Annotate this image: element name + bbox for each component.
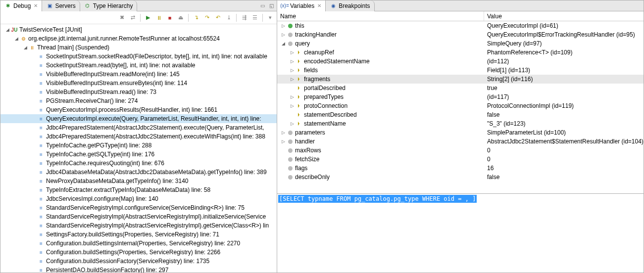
stack-frame-row[interactable]: ▷≡QueryExecutorImpl.processResults(Resul… bbox=[0, 105, 277, 114]
detail-text[interactable]: [SELECT typname FROM pg_catalog.pg_type … bbox=[278, 195, 477, 203]
stack-frame-row[interactable]: ▷≡Jdbc4PreparedStatement(AbstractJdbc2St… bbox=[0, 123, 277, 132]
minimize-icon[interactable]: ▭ bbox=[259, 2, 266, 9]
stack-frame-row[interactable]: ▷≡Jdbc4PreparedStatement(AbstractJdbc2St… bbox=[0, 132, 277, 141]
variable-row[interactable]: ▷fieldsField[1] (id=113) bbox=[277, 66, 644, 75]
view-menu-button[interactable]: ▾ bbox=[266, 13, 275, 22]
variable-row[interactable]: ▷fetchSize0 bbox=[277, 155, 644, 164]
stack-frame-row[interactable]: ▷≡QueryExecutorImpl.execute(Query, Param… bbox=[0, 114, 277, 123]
stack-frame-row[interactable]: ▷≡Configuration.buildSettingsInternal(Pr… bbox=[0, 239, 277, 248]
maximize-icon[interactable]: ◱ bbox=[268, 2, 275, 9]
expand-arrow-icon[interactable]: ▷ bbox=[280, 32, 286, 37]
expand-arrow-icon[interactable]: ▷ bbox=[289, 77, 295, 82]
column-value[interactable]: Value bbox=[484, 11, 644, 21]
stack-frame-row[interactable]: ▷≡JdbcServicesImpl.configure(Map) line: … bbox=[0, 194, 277, 203]
close-icon[interactable]: ✕ bbox=[34, 3, 38, 8]
variable-row[interactable]: ▷parametersSimpleParameterList (id=100) bbox=[277, 128, 644, 137]
variable-row[interactable]: ◢querySimpleQuery (id=97) bbox=[277, 39, 644, 48]
expand-arrow-icon[interactable]: ◢ bbox=[280, 41, 286, 46]
variable-row[interactable]: ▷portalDescribedtrue bbox=[277, 84, 644, 92]
expand-arrow-icon[interactable]: ▷ bbox=[289, 50, 295, 55]
tab-debug[interactable]: ✱ Debug ✕ bbox=[0, 0, 42, 11]
terminate-button[interactable]: ■ bbox=[165, 13, 174, 22]
variable-value: (id=117) bbox=[484, 93, 644, 100]
variable-row[interactable]: ▷cleanupRefPhantomReference<T> (id=109) bbox=[277, 48, 644, 57]
stack-frame-row[interactable]: ▷≡TypeInfoExtracter.extractTypeInfo(Data… bbox=[0, 185, 277, 194]
stack-frame-label: QueryExecutorImpl.processResults(ResultH… bbox=[46, 106, 217, 113]
variable-row[interactable]: ▷statementName"S_3" (id=123) bbox=[277, 119, 644, 128]
expand-arrow-icon[interactable]: ▷ bbox=[289, 121, 295, 126]
variable-row[interactable]: ▷fragmentsString[2] (id=116) bbox=[277, 75, 644, 84]
field-variable-icon bbox=[295, 48, 303, 56]
variable-row[interactable]: ▷protoConnectionProtocolConnectionImpl (… bbox=[277, 101, 644, 110]
variable-row[interactable]: ▷encodedStatementName(id=112) bbox=[277, 57, 644, 66]
tab-type-hierarchy[interactable]: ⌬ Type Hierarchy bbox=[80, 0, 138, 11]
expand-arrow-icon[interactable]: ▷ bbox=[289, 103, 295, 108]
tab-servers[interactable]: ▣ Servers bbox=[42, 0, 80, 11]
stack-frame-row[interactable]: ▷≡Configuration.buildSettings(Properties… bbox=[0, 248, 277, 257]
stack-frame-row[interactable]: ▷≡StandardServiceRegistryImpl(AbstractSe… bbox=[0, 221, 277, 230]
stack-frame-row[interactable]: ▷≡TypeInfoCache.requiresQuoting(int) lin… bbox=[0, 159, 277, 168]
stack-frame-row[interactable]: ▷≡Configuration.buildSessionFactory(Serv… bbox=[0, 257, 277, 266]
variable-row[interactable]: ▷trackingHandlerQueryExecutorImpl$ErrorT… bbox=[277, 30, 644, 39]
tab-breakpoints[interactable]: ◉ Breakpoints bbox=[326, 0, 374, 11]
stack-frame-icon: ≡ bbox=[37, 213, 45, 221]
hierarchy-icon: ⌬ bbox=[84, 2, 91, 9]
stack-frame-row[interactable]: ▷≡TypeInfoCache.getSQLType(int) line: 17… bbox=[0, 150, 277, 159]
expand-arrow-icon[interactable]: ▷ bbox=[280, 130, 286, 135]
stack-frame-row[interactable]: ▷≡VisibleBufferedInputStream.read() line… bbox=[0, 88, 277, 96]
variable-value: ProtocolConnectionImpl (id=119) bbox=[484, 102, 644, 109]
stack-frame-row[interactable]: ▷≡StandardServiceRegistryImpl(AbstractSe… bbox=[0, 212, 277, 221]
filter-button[interactable]: ☰ bbox=[250, 13, 259, 22]
stack-frame-row[interactable]: ▷≡TypeInfoCache.getPGType(int) line: 288 bbox=[0, 141, 277, 150]
step-filters-button[interactable]: ⇶ bbox=[240, 13, 248, 22]
variable-row[interactable]: ▷statementDescribedfalse bbox=[277, 110, 644, 119]
step-return-button[interactable]: ↶ bbox=[213, 13, 222, 22]
resume-button[interactable]: ▶ bbox=[144, 13, 152, 22]
expand-arrow-icon[interactable]: ▷ bbox=[289, 94, 295, 99]
stack-frame-row[interactable]: ▷≡NewProxyDatabaseMetaData.getTypeInfo()… bbox=[0, 177, 277, 185]
stack-frame-row[interactable]: ◢JUTwistServiceTest [JUnit] bbox=[0, 25, 277, 34]
expand-arrow-icon[interactable]: ▷ bbox=[280, 23, 286, 28]
expand-arrow-icon[interactable]: ▷ bbox=[289, 68, 295, 73]
variable-row[interactable]: ▷describeOnlyfalse bbox=[277, 173, 644, 182]
variable-row[interactable]: ▷maxRows0 bbox=[277, 146, 644, 155]
remove-terminated-button[interactable]: ✖ bbox=[117, 13, 126, 22]
tab-variables[interactable]: (x)= Variables ✕ bbox=[277, 0, 326, 11]
stack-frame-row[interactable]: ◢⏸Thread [main] (Suspended) bbox=[0, 43, 277, 52]
expand-arrow-icon[interactable]: ◢ bbox=[4, 27, 10, 32]
variable-row[interactable]: ▷preparedTypes(id=117) bbox=[277, 92, 644, 101]
expand-arrow-icon[interactable]: ◢ bbox=[13, 36, 19, 41]
stack-frame-row[interactable]: ▷≡SocketInputStream.socketRead0(FileDesc… bbox=[0, 52, 277, 61]
variable-name-cell: ▷fragments bbox=[277, 75, 484, 83]
variable-row[interactable]: ▷thisQueryExecutorImpl (id=61) bbox=[277, 21, 644, 30]
stack-frame-row[interactable]: ▷≡PersistentDAO.buildSessionFactory() li… bbox=[0, 266, 277, 273]
variables-tree[interactable]: ▷thisQueryExecutorImpl (id=61)▷trackingH… bbox=[277, 21, 644, 193]
connect-button[interactable]: ⇄ bbox=[128, 13, 137, 22]
expand-arrow-icon[interactable]: ◢ bbox=[22, 45, 28, 50]
column-name[interactable]: Name bbox=[277, 11, 484, 21]
stack-frame-row[interactable]: ◢⚙org.eclipse.jdt.internal.junit.runner.… bbox=[0, 34, 277, 43]
disconnect-button[interactable]: ⏏ bbox=[176, 13, 185, 22]
stack-frame-row[interactable]: ▷≡PGStream.ReceiveChar() line: 274 bbox=[0, 96, 277, 105]
variable-name: encodedStatementName bbox=[304, 58, 370, 65]
detail-pane[interactable]: [SELECT typname FROM pg_catalog.pg_type … bbox=[277, 193, 644, 273]
expand-arrow-icon[interactable]: ▷ bbox=[280, 139, 286, 144]
stack-frame-row[interactable]: ▷≡VisibleBufferedInputStream.ensureBytes… bbox=[0, 79, 277, 88]
close-icon[interactable]: ✕ bbox=[317, 3, 321, 8]
stack-frame-row[interactable]: ▷≡SocketInputStream.read(byte[], int, in… bbox=[0, 61, 277, 70]
variable-name-cell: ▷maxRows bbox=[277, 146, 484, 154]
variable-row[interactable]: ▷flags16 bbox=[277, 164, 644, 173]
right-tab-bar: (x)= Variables ✕ ◉ Breakpoints bbox=[277, 0, 644, 11]
suspend-button[interactable]: ⏸ bbox=[154, 13, 163, 22]
expand-arrow-icon[interactable]: ▷ bbox=[289, 59, 295, 64]
stack-frame-row[interactable]: ▷≡SettingsFactory.buildSettings(Properti… bbox=[0, 230, 277, 239]
step-over-button[interactable]: ↷ bbox=[202, 13, 211, 22]
variable-value: SimpleParameterList (id=100) bbox=[484, 129, 644, 136]
stack-frame-row[interactable]: ▷≡StandardServiceRegistryImpl.configureS… bbox=[0, 203, 277, 212]
stack-frame-row[interactable]: ▷≡VisibleBufferedInputStream.readMore(in… bbox=[0, 70, 277, 79]
stack-tree[interactable]: ◢JUTwistServiceTest [JUnit]◢⚙org.eclipse… bbox=[0, 24, 277, 273]
drop-to-frame-button[interactable]: ⤓ bbox=[224, 13, 233, 22]
stack-frame-row[interactable]: ▷≡Jdbc4DatabaseMetaData(AbstractJdbc2Dat… bbox=[0, 168, 277, 177]
step-into-button[interactable]: ↴ bbox=[192, 13, 200, 22]
variable-row[interactable]: ▷handlerAbstractJdbc2Statement$Statement… bbox=[277, 137, 644, 146]
